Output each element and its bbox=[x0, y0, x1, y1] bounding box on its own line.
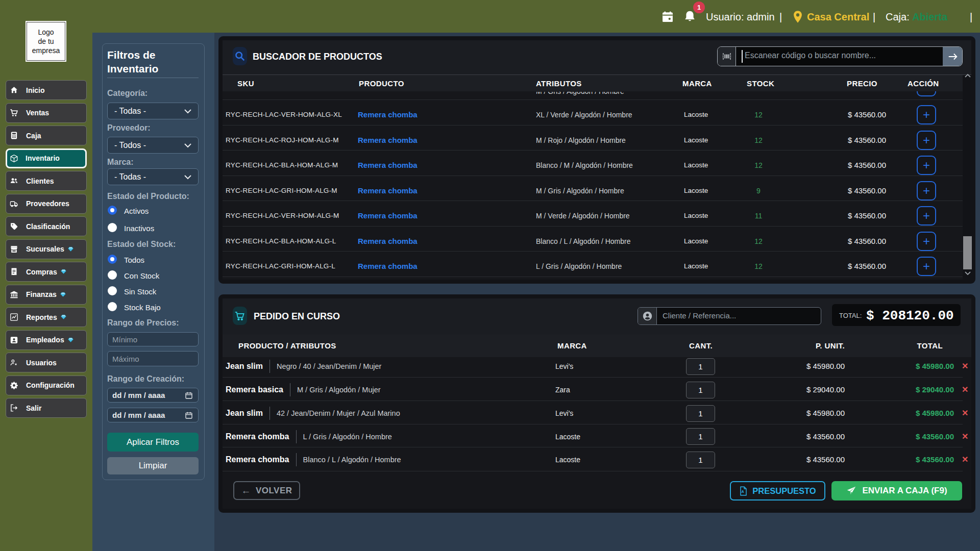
svg-text:A: A bbox=[742, 490, 744, 494]
